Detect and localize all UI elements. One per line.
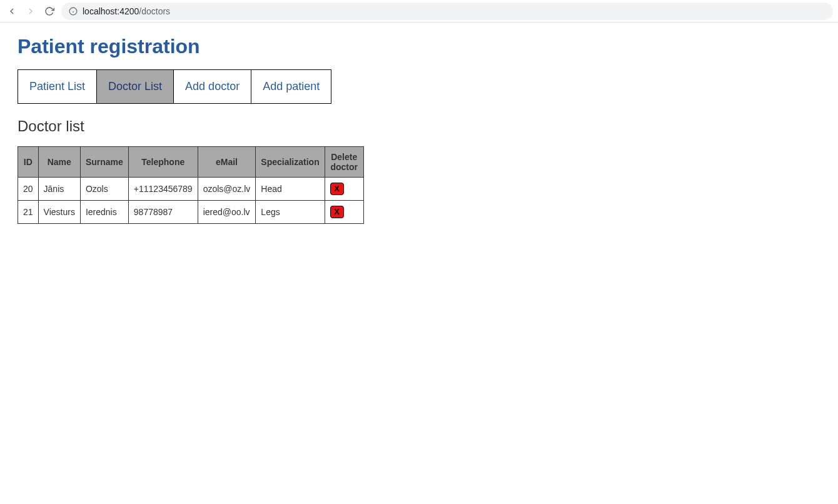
cell-delete: X: [325, 201, 363, 224]
cell-surname: Ozols: [80, 178, 128, 201]
tab-doctor-list[interactable]: Doctor List: [97, 70, 174, 103]
table-row: 21 Viesturs Ierednis 98778987 iered@oo.l…: [18, 201, 364, 224]
delete-button[interactable]: X: [330, 183, 344, 195]
cell-id: 21: [18, 201, 39, 224]
th-name: Name: [38, 147, 80, 178]
reload-icon: [44, 6, 54, 16]
cell-specialization: Legs: [256, 201, 325, 224]
forward-button[interactable]: [24, 4, 38, 18]
tab-add-patient[interactable]: Add patient: [251, 70, 331, 103]
tab-add-doctor[interactable]: Add doctor: [174, 70, 251, 103]
delete-button[interactable]: X: [330, 206, 344, 218]
th-specialization: Specialization: [256, 147, 325, 178]
th-delete: Delete doctor: [325, 147, 363, 178]
page-title: Patient registration: [18, 35, 820, 58]
cell-telephone: +11123456789: [128, 178, 198, 201]
cell-surname: Ierednis: [80, 201, 128, 224]
th-telephone: Telephone: [128, 147, 198, 178]
table-header-row: ID Name Surname Telephone eMail Speciali…: [18, 147, 364, 178]
cell-email: iered@oo.lv: [198, 201, 256, 224]
url-host: localhost:: [83, 6, 119, 16]
th-email: eMail: [198, 147, 256, 178]
address-bar[interactable]: localhost:4200/doctors: [61, 3, 833, 20]
url-text: localhost:4200/doctors: [83, 6, 170, 16]
url-path: /doctors: [139, 6, 170, 16]
cell-email: ozols@oz.lv: [198, 178, 256, 201]
cell-delete: X: [325, 178, 363, 201]
doctor-table: ID Name Surname Telephone eMail Speciali…: [18, 146, 364, 224]
th-id: ID: [18, 147, 39, 178]
section-title: Doctor list: [18, 118, 820, 135]
reload-button[interactable]: [43, 4, 56, 18]
page-content: Patient registration Patient List Doctor…: [0, 23, 838, 236]
info-icon: [69, 7, 78, 16]
cell-id: 20: [18, 178, 39, 201]
tabs: Patient List Doctor List Add doctor Add …: [18, 69, 331, 104]
tab-patient-list[interactable]: Patient List: [18, 70, 97, 103]
cell-name: Jānis: [38, 178, 80, 201]
arrow-right-icon: [26, 6, 36, 16]
cell-name: Viesturs: [38, 201, 80, 224]
cell-telephone: 98778987: [128, 201, 198, 224]
arrow-left-icon: [7, 6, 17, 16]
url-port: 4200: [119, 6, 139, 16]
back-button[interactable]: [5, 4, 19, 18]
browser-toolbar: localhost:4200/doctors: [0, 0, 838, 23]
table-row: 20 Jānis Ozols +11123456789 ozols@oz.lv …: [18, 178, 364, 201]
cell-specialization: Head: [256, 178, 325, 201]
th-surname: Surname: [80, 147, 128, 178]
